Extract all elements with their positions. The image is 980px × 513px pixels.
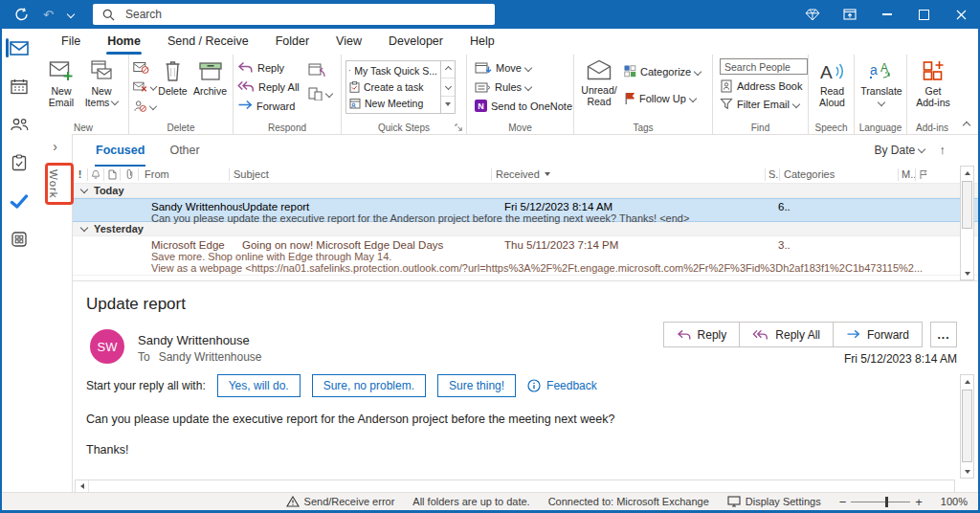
- connection-status[interactable]: Connected to: Microsoft Exchange: [548, 496, 709, 507]
- tab-file[interactable]: File: [48, 30, 94, 55]
- forward-button[interactable]: Forward: [237, 99, 308, 113]
- zoom-slider[interactable]: [851, 502, 910, 502]
- nav-mail[interactable]: [0, 29, 38, 67]
- scroll-down-icon[interactable]: [961, 465, 973, 478]
- col-attachment[interactable]: [121, 168, 139, 181]
- search-people-box[interactable]: [720, 58, 808, 75]
- window-options-icon[interactable]: [831, 0, 868, 29]
- col-size[interactable]: S..: [766, 168, 780, 181]
- ignore-button[interactable]: [133, 60, 156, 75]
- message-row-selected[interactable]: Sandy Writtenhouse Update report Fri 5/1…: [73, 198, 978, 222]
- forward-button[interactable]: Forward: [833, 322, 923, 347]
- send-to-onenote-button[interactable]: NSend to OneNote: [475, 99, 572, 113]
- quick-step-item[interactable]: New Meeting: [349, 98, 437, 109]
- customize-toolbar-chevron-icon[interactable]: [68, 6, 74, 23]
- tab-folder[interactable]: Folder: [262, 30, 323, 55]
- sender-name[interactable]: Sandy Writtenhouse: [138, 333, 250, 347]
- scroll-up-icon[interactable]: [961, 167, 973, 179]
- new-email-button[interactable]: New Email: [42, 57, 80, 108]
- minimize-button[interactable]: [868, 0, 905, 29]
- scrollbar-thumb[interactable]: [962, 390, 972, 462]
- folders-status[interactable]: All folders are up to date.: [412, 496, 529, 507]
- nav-people[interactable]: [0, 105, 38, 144]
- message-row[interactable]: Microsoft Edge Going on now! Microsoft E…: [73, 236, 978, 276]
- sender-avatar[interactable]: SW: [90, 329, 124, 364]
- reply-button[interactable]: Reply: [663, 322, 741, 347]
- col-subject[interactable]: Subject: [230, 168, 492, 181]
- quick-step-item[interactable]: Create a task: [349, 81, 437, 93]
- quick-step-item[interactable]: My Task Quick S...: [349, 65, 437, 77]
- tab-developer[interactable]: Developer: [375, 30, 457, 55]
- suggested-reply-button[interactable]: Sure, no problem.: [312, 374, 426, 397]
- move-button[interactable]: Move: [475, 60, 572, 75]
- nav-tasks[interactable]: [0, 144, 38, 182]
- meeting-button[interactable]: [308, 62, 335, 77]
- col-categories[interactable]: Categories: [780, 168, 899, 181]
- new-items-button[interactable]: New Items: [80, 57, 122, 108]
- message-list-scrollbar[interactable]: [960, 166, 974, 280]
- tab-send-receive[interactable]: Send / Receive: [154, 30, 262, 55]
- sort-direction-icon[interactable]: ↑: [940, 143, 947, 157]
- scroll-up-icon[interactable]: [961, 375, 973, 388]
- scroll-down-icon[interactable]: [961, 267, 973, 279]
- send-receive-sync-icon[interactable]: [14, 8, 29, 21]
- group-header-today[interactable]: Today: [73, 184, 978, 198]
- scrollbar-thumb[interactable]: [962, 181, 972, 229]
- tab-other[interactable]: Other: [169, 144, 199, 157]
- follow-up-button[interactable]: Follow Up: [624, 91, 701, 105]
- nav-more-apps[interactable]: [0, 220, 38, 258]
- archive-button[interactable]: Archive: [189, 57, 231, 97]
- display-settings-button[interactable]: Display Settings: [727, 496, 821, 507]
- reply-button[interactable]: Reply: [237, 60, 308, 75]
- quick-steps-more[interactable]: [441, 97, 455, 113]
- reply-all-button[interactable]: Reply All: [739, 322, 834, 347]
- reading-pane-scrollbar[interactable]: [960, 374, 974, 479]
- undo-icon[interactable]: ↶: [43, 9, 54, 21]
- zoom-out-button[interactable]: −: [839, 495, 847, 509]
- col-item-type[interactable]: [104, 168, 121, 181]
- rules-button[interactable]: Rules: [475, 79, 572, 94]
- search-input[interactable]: [123, 7, 485, 22]
- tab-home[interactable]: Home: [94, 30, 154, 55]
- respond-more-button[interactable]: [308, 86, 335, 100]
- feedback-link[interactable]: Feedback: [527, 379, 597, 392]
- nav-calendar[interactable]: [0, 67, 38, 105]
- maximize-button[interactable]: [905, 0, 943, 29]
- more-actions-button[interactable]: ...: [930, 322, 957, 347]
- read-aloud-button[interactable]: A Read Aloud: [813, 57, 852, 108]
- reply-all-button[interactable]: Reply All: [237, 79, 308, 94]
- tab-help[interactable]: Help: [457, 30, 508, 55]
- col-reminder[interactable]: [88, 168, 104, 181]
- zoom-slider-thumb[interactable]: [885, 497, 888, 507]
- close-button[interactable]: [943, 0, 980, 29]
- tab-view[interactable]: View: [323, 30, 375, 55]
- get-addins-button[interactable]: Get Add-ins: [911, 57, 955, 108]
- categorize-button[interactable]: Categorize: [624, 64, 701, 78]
- translate-button[interactable]: aA Translate: [858, 57, 904, 105]
- tab-focused[interactable]: Focused: [96, 144, 145, 157]
- col-importance[interactable]: !: [73, 168, 88, 181]
- col-from[interactable]: From: [139, 168, 230, 181]
- zoom-level[interactable]: 100%: [941, 496, 968, 507]
- address-book-button[interactable]: Address Book: [720, 78, 802, 93]
- search-box[interactable]: [93, 4, 495, 25]
- zoom-in-button[interactable]: +: [915, 495, 923, 509]
- scroll-left-icon[interactable]: [76, 480, 89, 492]
- search-people-input[interactable]: [721, 61, 807, 73]
- suggested-reply-button[interactable]: Sure thing!: [437, 374, 516, 397]
- quick-steps-scroll-up[interactable]: [441, 61, 455, 78]
- col-received[interactable]: Received: [492, 168, 766, 181]
- reading-pane-hscrollbar[interactable]: [75, 480, 955, 493]
- to-recipient[interactable]: Sandy Writtenhouse: [159, 350, 262, 364]
- premium-gem-icon[interactable]: [793, 0, 831, 29]
- col-flag-status[interactable]: [916, 168, 944, 181]
- nav-todo[interactable]: [0, 182, 38, 220]
- quick-steps-dialog-launcher-icon[interactable]: [455, 123, 463, 132]
- junk-button[interactable]: [133, 79, 156, 94]
- group-header-yesterday[interactable]: Yesterday: [73, 222, 978, 236]
- filter-email-button[interactable]: Filter Email: [720, 97, 799, 111]
- collapse-ribbon-chevron-icon[interactable]: [964, 118, 969, 129]
- col-mention[interactable]: M...: [899, 168, 916, 181]
- block-sender-button[interactable]: [133, 99, 156, 113]
- expand-folder-pane-icon[interactable]: ›: [38, 140, 72, 153]
